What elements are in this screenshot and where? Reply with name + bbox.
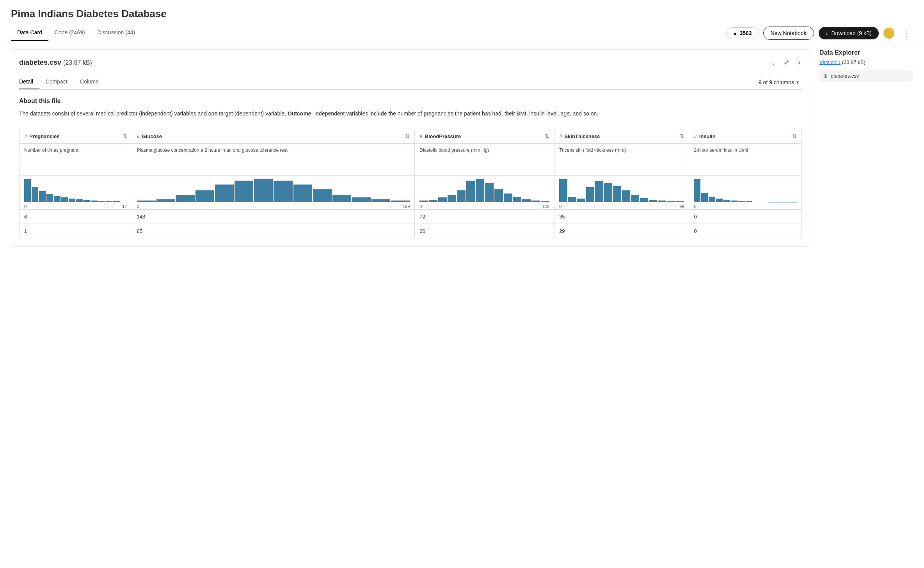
file-download-button[interactable]: ↓ — [770, 58, 777, 67]
hist-bar — [613, 186, 621, 202]
hist-bar — [113, 201, 120, 202]
new-notebook-button[interactable]: New Notebook — [763, 27, 814, 40]
histogram-cell-bloodpressure: 0 122 — [415, 175, 554, 209]
hist-bar — [235, 181, 253, 202]
vote-count: 3563 — [740, 30, 752, 36]
col-name-label: BloodPressure — [425, 133, 461, 139]
version-link[interactable]: Version 1 — [819, 59, 840, 65]
hist-bar — [293, 185, 312, 202]
hist-bar — [332, 195, 351, 202]
hist-bar — [586, 187, 594, 202]
hist-bar — [604, 183, 612, 202]
hist-bar — [137, 201, 156, 202]
col-desc-insulin: 2-Hour serum insulin U/ml — [689, 144, 802, 175]
data-value-cell: 1 — [20, 224, 132, 238]
hist-bar — [504, 193, 512, 202]
hist-bar — [391, 201, 410, 202]
hist-bar — [676, 201, 684, 202]
sort-icon[interactable]: ⇅ — [679, 133, 684, 139]
tab-data-card[interactable]: Data Card — [11, 25, 48, 41]
download-button[interactable]: ↓ Download (9 kB) — [819, 27, 879, 39]
hist-bar — [46, 194, 53, 202]
histogram-cell-pregnancies: 0 17 — [20, 175, 132, 209]
download-label: Download (9 kB) — [832, 30, 872, 36]
hist-bar — [723, 200, 730, 202]
hist-bar — [631, 195, 639, 202]
more-options-button[interactable]: ⋮ — [899, 27, 913, 39]
sort-icon[interactable]: ⇅ — [545, 133, 549, 139]
hist-bar — [98, 201, 105, 202]
data-panel: diabetes.csv (23.87 kB) ↓ ⤢ › Detail Com… — [11, 49, 810, 247]
hist-bar — [541, 201, 549, 202]
file-title-area: diabetes.csv (23.87 kB) — [19, 59, 92, 67]
file-size: (23.87 kB) — [63, 59, 92, 66]
main-content: diabetes.csv (23.87 kB) ↓ ⤢ › Detail Com… — [0, 41, 924, 254]
col-desc-pregnancies: Number of times pregnant — [20, 144, 132, 175]
sidebar-version: Version 1 (23.87 kB) — [819, 59, 913, 65]
hist-bar — [649, 200, 657, 202]
tab-actions: ▲ 3563 New Notebook ↓ Download (9 kB) ⋮ — [726, 27, 913, 40]
hist-max: 122 — [542, 204, 549, 209]
hist-bar — [438, 197, 447, 202]
chevron-down-icon: ▾ — [796, 80, 799, 85]
col-header-bloodpressure: # BloodPressure ⇅ — [415, 129, 554, 144]
hist-bar — [24, 179, 31, 202]
sidebar: Data Explorer Version 1 (23.87 kB) ⊞ dia… — [819, 49, 913, 247]
hist-bar — [716, 199, 723, 202]
hist-min: 0 — [24, 204, 27, 209]
hash-icon: # — [694, 133, 697, 139]
hist-bar — [761, 202, 767, 202]
file-actions: ↓ ⤢ › — [770, 57, 802, 67]
sidebar-file-item[interactable]: ⊞ diabetes.csv — [819, 70, 913, 82]
hist-bar — [429, 200, 437, 202]
data-value-cell: 0 — [689, 224, 802, 238]
hist-max: 99 — [679, 204, 684, 209]
hist-max: 17 — [122, 204, 127, 209]
data-table: # Pregnancies ⇅ # Glucose ⇅ # BloodPress… — [19, 129, 802, 238]
about-text: The datasets consist of several medical … — [19, 109, 802, 118]
data-view-tabs: Detail Compact Column 9 of 9 columns ▾ — [19, 75, 802, 90]
hist-bar — [746, 201, 752, 202]
hist-bar — [32, 187, 38, 202]
data-tab-detail[interactable]: Detail — [19, 75, 39, 89]
hist-min: 0 — [694, 204, 696, 209]
hist-bar — [448, 195, 456, 202]
sort-icon[interactable]: ⇅ — [405, 133, 410, 139]
data-value-cell: 6 — [20, 209, 132, 224]
data-tab-compact[interactable]: Compact — [39, 75, 74, 89]
col-header-skinthickness: # SkinThickness ⇅ — [554, 129, 689, 144]
file-next-button[interactable]: › — [796, 58, 802, 67]
col-desc-glucose: Plasma glucose concentration a 2 hours i… — [132, 144, 415, 175]
col-name-label: SkinThickness — [564, 133, 600, 139]
sidebar-title: Data Explorer — [819, 49, 913, 56]
tab-code[interactable]: Code (2469) — [48, 25, 91, 41]
hist-bar — [595, 181, 603, 202]
vote-button[interactable]: ▲ 3563 — [726, 27, 759, 39]
hist-bar — [768, 202, 775, 202]
hist-max: 199 — [403, 204, 410, 209]
hist-bar — [522, 199, 531, 202]
hist-bar — [640, 198, 648, 202]
file-expand-button[interactable]: ⤢ — [782, 57, 791, 67]
hist-bar — [215, 185, 234, 202]
hist-bar — [701, 193, 708, 202]
col-name-label: Insulin — [699, 133, 716, 139]
hist-bar — [419, 201, 428, 202]
tab-discussion[interactable]: Discussion (44) — [91, 25, 141, 41]
data-tab-column[interactable]: Column — [74, 75, 105, 89]
col-desc-bloodpressure: Diastolic blood pressure (mm Hg) — [415, 144, 554, 175]
hist-bar — [494, 189, 503, 202]
hist-bar — [568, 197, 576, 202]
data-value-cell: 0 — [689, 209, 802, 224]
page-title: Pima Indians Diabetes Database — [11, 8, 913, 20]
hist-bar — [84, 200, 90, 202]
avatar[interactable] — [883, 28, 894, 39]
table-row: 18566290 — [20, 224, 802, 238]
sidebar-file-name: diabetes.csv — [831, 73, 859, 79]
sort-icon[interactable]: ⇅ — [123, 133, 127, 139]
table-desc-row: Number of times pregnantPlasma glucose c… — [20, 144, 802, 175]
columns-select[interactable]: 9 of 9 columns ▾ — [755, 78, 802, 87]
sort-icon[interactable]: ⇅ — [792, 133, 797, 139]
col-name-label: Glucose — [142, 133, 162, 139]
hist-bar — [790, 202, 797, 202]
